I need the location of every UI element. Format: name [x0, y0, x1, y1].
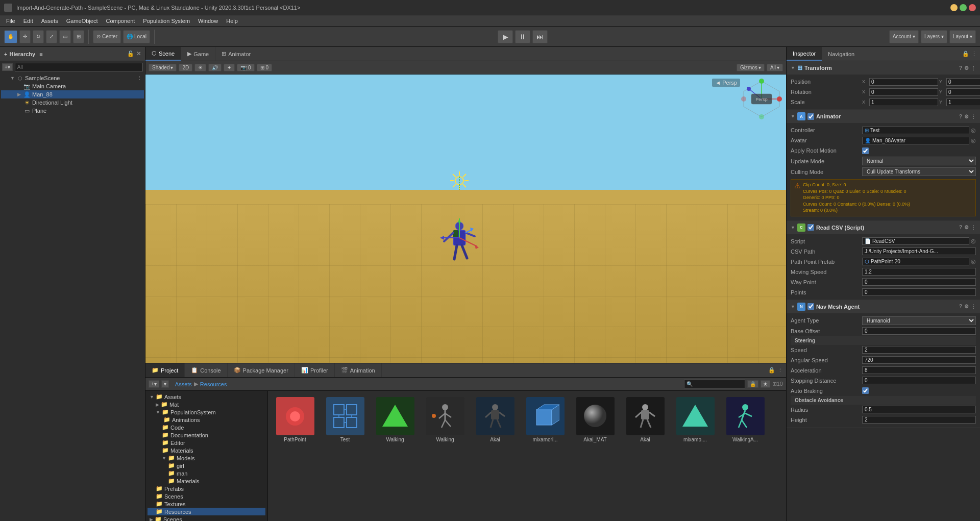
tree-folder-materials[interactable]: 📁 Materials	[148, 446, 265, 454]
bottom-add-button[interactable]: +▾	[149, 380, 159, 388]
nav-mesh-agent-header[interactable]: ▼ N Nav Mesh Agent ? ⚙ ⋮	[787, 300, 980, 313]
nav-mesh-more-icon[interactable]: ⋮	[971, 304, 976, 309]
all-dropdown[interactable]: All ▾	[767, 64, 783, 71]
step-button[interactable]: ⏭	[532, 30, 548, 43]
space-button[interactable]: 🌐 Local	[123, 30, 150, 43]
game-tab[interactable]: ▶ Game	[181, 47, 215, 61]
scene-tab[interactable]: ⬡ Scene	[145, 47, 181, 61]
bottom-nav-button[interactable]: ▾	[161, 380, 169, 388]
menu-assets[interactable]: Assets	[37, 17, 62, 25]
hierarchy-lock-icon[interactable]: 🔓	[127, 51, 134, 57]
read-csv-header[interactable]: ▼ C Read CSV (Script) ? ⚙ ⋮	[787, 221, 980, 234]
asset-star-button[interactable]: ★	[761, 380, 770, 388]
read-csv-more-icon[interactable]: ⋮	[971, 225, 976, 230]
moving-speed-input[interactable]	[862, 268, 976, 276]
menu-gameobject[interactable]: GameObject	[62, 17, 102, 25]
grid-button[interactable]: ⊞ 0	[257, 64, 272, 71]
rot-x-input[interactable]	[869, 88, 938, 96]
hand-tool-button[interactable]: ✋	[4, 30, 17, 43]
menu-file[interactable]: File	[2, 17, 19, 25]
pos-x-input[interactable]	[869, 78, 938, 86]
tree-folder-editor[interactable]: 📁 Editor	[148, 439, 265, 446]
scene-menu-icon[interactable]: ⋮	[137, 76, 142, 81]
menu-population-system[interactable]: Population System	[139, 17, 194, 25]
script-goto[interactable]: ◎	[971, 238, 976, 244]
animator-tab[interactable]: ⊞ Animator	[215, 47, 257, 61]
animator-section-header[interactable]: ▼ A Animator ? ⚙ ⋮	[787, 110, 980, 123]
nav-mesh-help-icon[interactable]: ?	[959, 304, 962, 309]
rect-tool-button[interactable]: ▭	[59, 30, 71, 43]
2d-button[interactable]: 2D	[179, 64, 192, 71]
points-input[interactable]	[862, 288, 976, 296]
tree-folder-mat-models[interactable]: 📁 Materials	[148, 477, 265, 485]
orientation-gizmo[interactable]: Persp	[741, 79, 782, 119]
animator-more-icon[interactable]: ⋮	[971, 114, 976, 119]
hierarchy-add-button[interactable]: +▾	[2, 63, 13, 71]
nav-mesh-settings-icon[interactable]: ⚙	[964, 304, 969, 309]
agent-type-select[interactable]: Humanoid	[862, 316, 976, 325]
tree-folder-models[interactable]: ▼ 📁 Models	[148, 454, 265, 462]
inspector-tab[interactable]: Inspector	[787, 47, 822, 61]
asset-walking2[interactable]: Walking	[422, 395, 468, 444]
project-tab[interactable]: 📁 Project	[145, 363, 185, 377]
hierarchy-search-input[interactable]	[15, 63, 143, 71]
tree-item-samplescene[interactable]: ▼ ⬡ SampleScene ⋮	[1, 74, 144, 82]
avatar-ref[interactable]: 👤 Man_88Avatar	[862, 137, 969, 144]
script-ref[interactable]: 📄 ReadCSV	[862, 237, 969, 245]
scale-x-input[interactable]	[869, 98, 938, 106]
tree-folder-docs[interactable]: 📁 Documentation	[148, 431, 265, 439]
rotate-tool-button[interactable]: ↻	[33, 30, 44, 43]
console-tab[interactable]: 📋 Console	[185, 363, 227, 377]
controller-ref[interactable]: ⊞ Test	[862, 127, 969, 134]
path-point-prefab-ref[interactable]: ⬡ PathPoint-20	[862, 258, 969, 265]
account-button[interactable]: Account ▾	[889, 30, 919, 43]
update-mode-select[interactable]: Normal AnimatePhysics UnscaledTime	[862, 157, 976, 165]
audio-button[interactable]: 🔊	[208, 64, 222, 71]
speed-input[interactable]	[862, 346, 976, 354]
scene-view[interactable]: ◄ Persp Persp	[145, 75, 786, 363]
apply-root-motion-checkbox[interactable]	[862, 147, 869, 154]
inspector-menu-icon[interactable]: ⋮	[971, 51, 977, 57]
tree-folder-assets[interactable]: ▼ 📁 Assets	[148, 393, 265, 401]
bottom-menu-icon[interactable]: ⋮	[777, 367, 783, 374]
tree-item-plane[interactable]: ▭ Plane	[1, 107, 144, 115]
asset-mixamori[interactable]: mixamori...	[522, 395, 568, 444]
asset-akai1[interactable]: Akai	[472, 395, 518, 444]
radius-input[interactable]	[862, 406, 976, 413]
transform-settings-icon[interactable]: ⚙	[964, 65, 969, 71]
minimize-button[interactable]	[950, 4, 958, 11]
inspector-lock-icon[interactable]: 🔒	[962, 51, 969, 57]
hierarchy-menu-icon[interactable]: ≡	[39, 51, 42, 57]
height-input[interactable]	[862, 416, 976, 424]
angular-speed-input[interactable]	[862, 356, 976, 364]
profiler-tab[interactable]: 📊 Profiler	[295, 363, 335, 377]
navigation-tab[interactable]: Navigation	[822, 47, 861, 61]
tree-item-man88[interactable]: ▶ 👤 Man_88	[1, 90, 144, 98]
acceleration-input[interactable]	[862, 366, 976, 374]
tree-folder-prefabs[interactable]: 📁 Prefabs	[148, 485, 265, 492]
tree-item-maincamera[interactable]: 📷 Main Camera	[1, 82, 144, 90]
scale-tool-button[interactable]: ⤢	[46, 30, 57, 43]
breadcrumb-resources[interactable]: Resources	[200, 381, 227, 387]
read-csv-settings-icon[interactable]: ⚙	[964, 225, 969, 230]
transform-help-icon[interactable]: ?	[959, 65, 962, 71]
menu-component[interactable]: Component	[102, 17, 139, 25]
layout-button[interactable]: Layout ▾	[949, 30, 976, 43]
stopping-distance-input[interactable]	[862, 377, 976, 384]
transform-tool-button[interactable]: ⊞	[73, 30, 84, 43]
pause-button[interactable]: ⏸	[515, 30, 530, 43]
animator-enabled-checkbox[interactable]	[807, 113, 814, 120]
close-button[interactable]	[969, 4, 976, 11]
transform-header[interactable]: ▼ ⊞ Transform ? ⚙ ⋮	[787, 61, 980, 75]
asset-akai2[interactable]: Akai	[622, 395, 668, 444]
rot-y-input[interactable]	[946, 88, 980, 96]
animator-settings-icon[interactable]: ⚙	[964, 114, 969, 119]
asset-pathpoint[interactable]: PathPoint	[272, 395, 318, 444]
scale-y-input[interactable]	[946, 98, 980, 106]
pivot-button[interactable]: ⊙ Center	[93, 30, 121, 43]
breadcrumb-assets[interactable]: Assets	[175, 381, 192, 387]
pos-y-input[interactable]	[946, 78, 980, 86]
auto-braking-checkbox[interactable]	[862, 387, 869, 394]
asset-walking1[interactable]: Walking	[372, 395, 418, 444]
maximize-button[interactable]	[960, 4, 967, 11]
